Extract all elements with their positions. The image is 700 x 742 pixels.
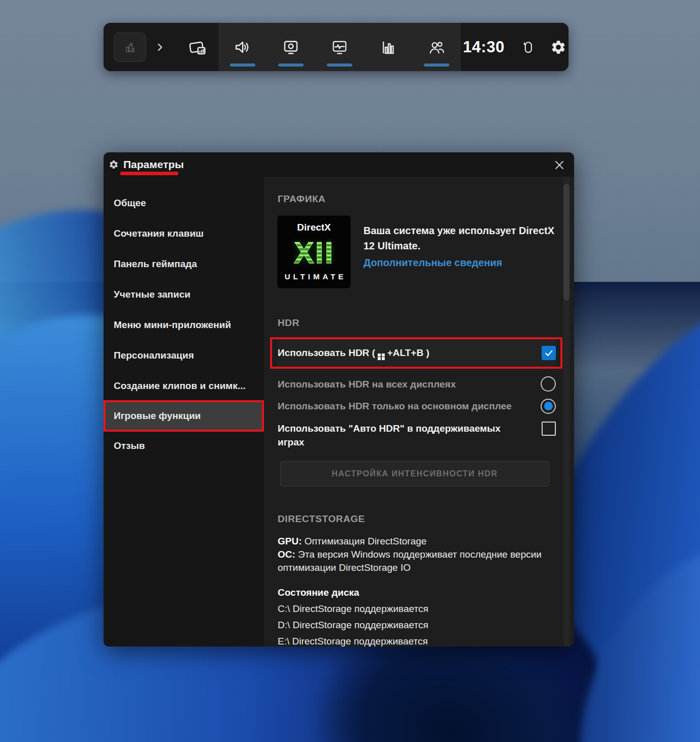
os-label: ОС: [278,549,295,560]
disk-status-e: E:\ DirectStorage поддерживается [278,636,556,647]
capture-widget-button[interactable] [267,23,316,71]
widgets-menu-icon[interactable] [188,38,207,57]
hdr-all-displays-radio[interactable] [541,376,556,392]
disk-status-d: D:\ DirectStorage поддерживается [278,620,556,631]
gamebar-settings-window: Параметры Общее Сочетания клавиш Панель … [104,152,574,647]
hdr-primary-display-label: Использовать HDR только на основном дисп… [278,399,512,413]
looking-for-group-widget-button[interactable] [412,23,461,71]
people-icon [427,38,446,56]
game-bar-right-segment: 14:30 [461,23,569,71]
game-bar-widgets-segment [218,23,461,71]
settings-gear-icon[interactable] [550,39,566,55]
hdr-primary-display-row: Использовать HDR только на основном дисп… [278,395,556,417]
performance-icon [330,38,349,56]
close-icon[interactable] [551,156,568,174]
game-bar-left-segment [104,23,218,71]
graphics-status-text: Ваша система уже использует DirectX 12 U… [363,223,556,253]
gpu-label: GPU: [278,536,302,546]
settings-gear-icon [109,159,119,170]
windows-key-icon [378,353,385,361]
auto-hdr-checkbox[interactable] [542,422,556,436]
sidebar-item-widget-menu[interactable]: Меню мини-приложений [104,310,264,340]
scrollbar-track[interactable] [563,177,570,647]
settings-content: ГРАФИКА DirectX XII ULTIMATE Ваша систем… [264,177,574,647]
clock: 14:30 [463,38,505,56]
mouse-icon[interactable] [520,40,535,55]
capture-icon [282,38,300,56]
learn-more-link[interactable]: Дополнительные сведения [363,257,503,269]
sidebar-item-gaming-features[interactable]: Игровые функции [105,401,263,431]
disk-status-header: Состояние диска [278,587,556,598]
performance-widget-button[interactable] [315,23,364,71]
hdr-section-header: HDR [278,317,556,329]
pinned-underline [278,63,304,67]
auto-hdr-label: Использовать "Авто HDR" в поддерживаемых… [278,422,511,449]
hdr-primary-display-radio[interactable] [541,399,556,414]
settings-sidebar: Общее Сочетания клавиш Панель геймпада У… [104,177,264,647]
directx12-ultimate-logo: DirectX XII ULTIMATE [278,216,350,288]
settings-titlebar: Параметры [104,152,574,177]
pinned-underline [424,63,449,67]
graphics-section-header: ГРАФИКА [278,177,556,205]
hdr-all-displays-label: Использовать HDR на всех дисплеях [278,377,456,391]
resources-widget-button[interactable] [364,23,413,71]
game-bar-toolbar: 14:30 [104,23,569,71]
directstorage-section-header: DIRECTSTORAGE [278,513,556,525]
chevron-right-icon[interactable] [153,41,166,54]
sidebar-item-accounts[interactable]: Учетные записи [104,279,264,310]
use-hdr-checkbox[interactable] [542,346,556,360]
resources-bar-chart-icon [379,38,397,56]
desktop: 14:30 Параметры [0,0,700,742]
use-hdr-row: Использовать HDR (+ALT+B ) [278,338,556,368]
audio-icon [234,38,252,56]
sidebar-item-personalization[interactable]: Персонализация [104,340,264,371]
hdr-intensity-button[interactable]: НАСТРОЙКА ИНТЕНСИВНОСТИ HDR [280,461,549,487]
use-hdr-label: Использовать HDR (+ALT+B ) [278,346,429,361]
directstorage-status: GPU: Оптимизация DirectStorage ОС: Эта в… [278,535,542,574]
disk-status-c: C:\ DirectStorage поддерживается [278,603,556,615]
audio-widget-button[interactable] [218,23,267,71]
sidebar-item-gamepad[interactable]: Панель геймпада [104,249,264,279]
sidebar-item-shortcuts[interactable]: Сочетания клавиш [104,218,264,249]
game-select-button[interactable] [114,33,146,62]
graphics-row: DirectX XII ULTIMATE Ваша система уже ис… [278,216,556,288]
graphics-status: Ваша система уже использует DirectX 12 U… [363,216,556,288]
sidebar-item-captures[interactable]: Создание клипов и снимк... [104,371,264,401]
sidebar-item-general[interactable]: Общее [104,188,264,218]
pinned-underline [327,63,352,67]
annotation-red-underline [120,172,178,175]
scrollbar-thumb[interactable] [563,184,570,301]
pinned-underline [230,63,255,67]
sidebar-item-feedback[interactable]: Отзыв [104,431,264,461]
auto-hdr-row: Использовать "Авто HDR" в поддерживаемых… [278,422,556,449]
game-buildings-icon [122,40,138,55]
hdr-all-displays-row: Использовать HDR на всех дисплеях [278,373,556,395]
window-title: Параметры [123,158,184,171]
